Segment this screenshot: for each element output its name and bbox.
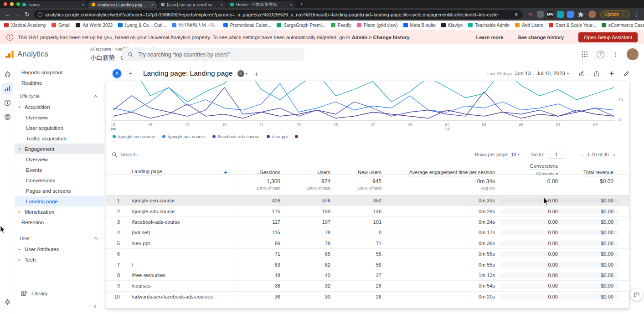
tab-close-icon[interactable]: × [151, 2, 154, 7]
add-column-button[interactable]: + [223, 168, 227, 176]
browser-tab[interactable]: Home - 小白新势学院× [227, 1, 295, 8]
bookmark-item[interactable]: Klaviyo [441, 23, 463, 28]
extension-icon-5[interactable] [567, 11, 574, 18]
extension-icon-4[interactable] [557, 11, 564, 18]
browser-tab[interactable]: Analytics | Landing page: Land× [88, 1, 157, 8]
browser-tab[interactable]: Home× [19, 1, 88, 8]
edit-icon[interactable] [623, 70, 630, 77]
column-header-new-users[interactable]: New users [336, 168, 387, 176]
global-search-input[interactable] [138, 51, 299, 58]
extension-icon-3[interactable]: MW [547, 11, 554, 18]
bookmark-item[interactable]: Meta B-suite [403, 23, 436, 28]
table-row[interactable]: 4(not set)1157800m 17s0.00$0.00 [106, 227, 629, 238]
browser-tab[interactable]: [GA4] Set up a scroll conversi× [158, 1, 226, 8]
sidebar-section-life-cycle[interactable]: Life cycle [15, 91, 104, 102]
sidebar-item-traffic-acquisition[interactable]: Traffic acquisition [15, 133, 104, 144]
user-avatar[interactable] [627, 48, 639, 60]
legend-item[interactable]: /seo-ppt [267, 134, 288, 139]
sidebar-item-monetization[interactable]: ▸Monetization [15, 206, 104, 217]
home-icon[interactable] [4, 70, 11, 78]
report-title-caret-icon[interactable]: ▾ [246, 72, 247, 76]
date-range-picker[interactable]: Jun 13 – Jul 10, 2023 [515, 71, 565, 76]
extensions-puzzle-icon[interactable] [578, 11, 584, 18]
explore-icon[interactable] [4, 99, 11, 107]
bookmark-item[interactable]: Start & Scale Your... [549, 23, 596, 28]
bookmark-item[interactable]: Ad World 2022 [76, 23, 113, 28]
conversions-filter[interactable]: All events ▾ [500, 171, 558, 176]
column-header-engagement[interactable]: Average engagement time per session [387, 168, 500, 176]
header-more-icon[interactable]: ⋮ [613, 51, 618, 58]
sidebar-item-overview[interactable]: Overview [15, 112, 104, 123]
column-header-landing-page[interactable]: Landing page + [106, 161, 233, 176]
open-setup-assistant-button[interactable]: Open Setup Assistant [578, 32, 638, 42]
add-comparison-button[interactable]: + [127, 70, 134, 77]
column-header-sessions[interactable]: ↓Sessions [233, 168, 286, 176]
bookmark-item[interactable]: Lyang & Co. - Outl... [118, 23, 166, 28]
admin-gear-icon[interactable] [4, 298, 11, 306]
tab-close-icon[interactable]: × [82, 2, 84, 7]
sidebar-item-reports-snapshot[interactable]: Reports snapshot [15, 67, 104, 77]
column-header-users[interactable]: Users [286, 168, 336, 176]
bookmark-item[interactable]: Promotional Calen... [223, 23, 272, 28]
sidebar-item-acquisition[interactable]: ▾Acquisition [15, 102, 104, 112]
bookmark-item[interactable]: eCommerce Case... [602, 23, 644, 28]
see-change-history-link[interactable]: See change history [518, 35, 564, 40]
maximize-window-button[interactable] [16, 2, 20, 6]
tab-close-icon[interactable]: × [220, 2, 223, 7]
sidebar-item-events[interactable]: Events [15, 165, 104, 175]
sidebar-item-overview[interactable]: Overview [15, 154, 104, 165]
sidebar-item-conversions[interactable]: Conversions [15, 175, 104, 185]
date-range-caret-icon[interactable]: ▾ [567, 72, 569, 76]
insights-icon[interactable] [608, 70, 615, 77]
sidebar-item-retention[interactable]: Retention [15, 217, 104, 227]
new-tab-button[interactable]: + [300, 0, 304, 8]
url-bar[interactable]: analytics.google.com/analytics/web/?auth… [34, 10, 523, 19]
sidebar-item-realtime[interactable]: Realtime [15, 77, 104, 88]
share-icon[interactable] [593, 70, 600, 77]
browser-menu-icon[interactable]: ⋮ [634, 11, 639, 18]
table-row[interactable]: 1/google-seo-course4263763520m 33s0.00$0… [106, 196, 629, 206]
bookmark-item[interactable]: SurgeGraph Premi... [277, 23, 325, 28]
tab-close-icon[interactable]: × [289, 2, 292, 7]
legend-item[interactable]: /google-ads-course [162, 134, 205, 139]
sidebar-item-tech[interactable]: ▸Tech [15, 254, 104, 265]
rows-per-page-caret-icon[interactable]: ▾ [518, 153, 520, 156]
close-window-button[interactable] [4, 2, 7, 6]
site-info-icon[interactable] [38, 12, 42, 17]
sidebar-item-engagement[interactable]: ▾Engagement [15, 144, 104, 154]
learn-more-link[interactable]: Learn more [476, 35, 503, 40]
table-search[interactable] [112, 152, 180, 158]
legend-item[interactable] [295, 135, 298, 138]
prev-page-icon[interactable]: ‹ [581, 151, 583, 158]
table-row[interactable]: 8/free-resources4840271m 13s0.00$0.00 [106, 270, 629, 281]
bookmark-item[interactable]: Gmail [52, 23, 70, 28]
minimize-window-button[interactable] [10, 2, 14, 6]
google-apps-grid-icon[interactable] [581, 51, 588, 58]
bookmark-item[interactable]: Plann (grid view) [357, 23, 397, 28]
table-row[interactable]: 7/6362560m 55s0.00$0.00 [106, 259, 629, 270]
bookmark-item[interactable]: Xiaobai Academy [4, 23, 46, 28]
column-header-total-revenue[interactable]: Total revenue [563, 168, 619, 176]
reports-icon[interactable] [2, 83, 13, 94]
table-row[interactable]: 10/adwords-seo-facebook-ads-courses36302… [106, 292, 629, 302]
analytics-logo[interactable] [5, 50, 15, 58]
advertising-icon[interactable] [4, 113, 11, 121]
extension-icon-1[interactable]: M [527, 11, 534, 18]
customize-report-icon[interactable] [578, 70, 585, 77]
table-row[interactable]: 5/seo-ppt8678710m 36s0.00$0.00 [106, 238, 629, 249]
next-page-icon[interactable]: › [613, 151, 615, 158]
library-item[interactable]: Library [21, 290, 47, 297]
help-icon[interactable]: ? [597, 51, 604, 58]
legend-item[interactable]: /facebook-ads-course [212, 134, 259, 139]
bookmark-item[interactable]: Add Users [515, 23, 543, 28]
sidebar-item-landing-page[interactable]: Landing page [15, 196, 104, 206]
bookmark-item[interactable]: Feedly [331, 23, 351, 28]
rows-per-page-select[interactable]: 10 [511, 152, 516, 157]
table-row[interactable]: 3/facebook-ads-course1171071010m 24s0.00… [106, 217, 629, 227]
legend-item[interactable]: /google-seo-course [113, 134, 155, 139]
bookmark-item[interactable]: Teachable Admin [468, 23, 510, 28]
forward-icon[interactable]: → [15, 11, 21, 17]
global-search[interactable] [122, 48, 304, 61]
table-search-input[interactable] [121, 152, 180, 157]
sidebar-section-user[interactable]: User [15, 233, 104, 244]
